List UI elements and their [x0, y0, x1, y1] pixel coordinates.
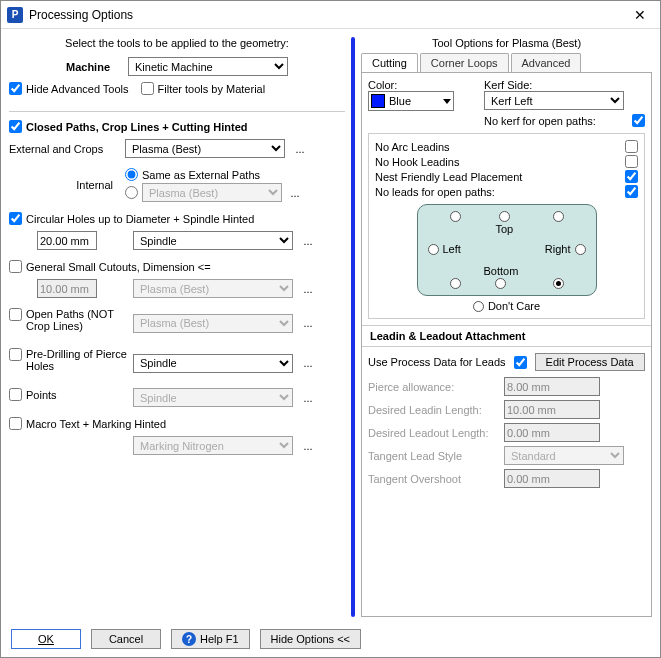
tanstyle-select: Standard: [504, 446, 624, 465]
machine-label: Machine: [66, 61, 110, 73]
divider: [351, 37, 355, 617]
hide-advanced-checkbox[interactable]: Hide Advanced Tools: [9, 82, 129, 95]
internal-more-button[interactable]: ...: [286, 187, 304, 199]
dir-left-radio[interactable]: [428, 244, 439, 255]
macro-tool-select: Marking Nitrogen: [133, 436, 293, 455]
holes-checkbox[interactable]: Circular Holes up to Diameter + Spindle …: [9, 212, 345, 225]
leadin-label: Desired Leadin Length:: [368, 404, 498, 416]
macro-more-button[interactable]: ...: [299, 440, 317, 452]
cutouts-tool-select: Plasma (Best): [133, 279, 293, 298]
nest-friendly-checkbox[interactable]: [625, 170, 638, 183]
tanstyle-label: Tangent Lead Style: [368, 450, 498, 462]
cutouts-checkbox[interactable]: General Small Cutouts, Dimension <=: [9, 260, 345, 273]
app-icon: P: [7, 7, 23, 23]
closed-paths-checkbox[interactable]: Closed Paths, Crop Lines + Cutting Hinte…: [9, 120, 345, 133]
leadout-input: [504, 423, 600, 442]
dir-tl-radio[interactable]: [450, 211, 461, 222]
points-tool-select: Spindle: [133, 388, 293, 407]
help-button[interactable]: ?Help F1: [171, 629, 250, 649]
dir-bl-radio[interactable]: [450, 278, 461, 289]
nokerf-open-checkbox[interactable]: [632, 114, 645, 127]
external-tool-select[interactable]: Plasma (Best): [125, 139, 285, 158]
use-process-label: Use Process Data for Leads: [368, 356, 506, 368]
tab-advanced[interactable]: Advanced: [511, 53, 582, 72]
dir-tr-radio[interactable]: [553, 211, 564, 222]
predrill-checkbox[interactable]: Pre-Drilling of Pierce Holes: [9, 348, 127, 372]
chevron-down-icon: [443, 99, 451, 104]
instruction-text: Select the tools to be applied to the ge…: [9, 37, 345, 49]
tab-corner-loops[interactable]: Corner Loops: [420, 53, 509, 72]
predrill-more-button[interactable]: ...: [299, 357, 317, 369]
edit-process-button[interactable]: Edit Process Data: [535, 353, 645, 371]
direction-pad: Top Left Right Bottom: [417, 204, 597, 296]
points-more-button[interactable]: ...: [299, 392, 317, 404]
window-title: Processing Options: [29, 8, 626, 22]
dont-care-radio[interactable]: Don't Care: [375, 300, 638, 312]
color-label: Color:: [368, 79, 454, 91]
hide-options-button[interactable]: Hide Options <<: [260, 629, 362, 649]
noarc-leadins-checkbox[interactable]: [625, 140, 638, 153]
openpaths-checkbox[interactable]: Open Paths (NOT Crop Lines): [9, 308, 127, 332]
cancel-button[interactable]: Cancel: [91, 629, 161, 649]
kerf-side-label: Kerf Side:: [484, 79, 645, 91]
external-crops-label: External and Crops: [9, 143, 119, 155]
cutouts-more-button[interactable]: ...: [299, 283, 317, 295]
pierce-input: [504, 377, 600, 396]
nohook-leadins-label: No Hook Leadins: [375, 156, 459, 168]
help-icon: ?: [182, 632, 196, 646]
openpaths-tool-select: Plasma (Best): [133, 314, 293, 333]
cutouts-dimension-input: [37, 279, 97, 298]
nest-friendly-label: Nest Friendly Lead Placement: [375, 171, 522, 183]
ok-button[interactable]: OK: [11, 629, 81, 649]
nohook-leadins-checkbox[interactable]: [625, 155, 638, 168]
internal-label: Internal: [9, 179, 119, 191]
internal-tool-select: Plasma (Best): [142, 183, 282, 202]
tab-cutting[interactable]: Cutting: [361, 53, 418, 72]
color-swatch: [371, 94, 385, 108]
holes-tool-select[interactable]: Spindle: [133, 231, 293, 250]
dir-right-radio[interactable]: [575, 244, 586, 255]
noleads-open-label: No leads for open paths:: [375, 186, 495, 198]
dir-bottom-radio[interactable]: [495, 278, 506, 289]
holes-diameter-input[interactable]: [37, 231, 97, 250]
leadin-input: [504, 400, 600, 419]
same-as-external-radio[interactable]: Same as External Paths: [125, 168, 304, 181]
noarc-leadins-label: No Arc Leadins: [375, 141, 450, 153]
external-more-button[interactable]: ...: [291, 143, 309, 155]
leadin-section-header: Leadin & Leadout Attachment: [362, 325, 651, 347]
dir-br-radio[interactable]: [553, 278, 564, 289]
overshoot-input: [504, 469, 600, 488]
machine-select[interactable]: Kinetic Machine: [128, 57, 288, 76]
dir-top-radio[interactable]: [499, 211, 510, 222]
points-checkbox[interactable]: Points: [9, 388, 127, 401]
macro-checkbox[interactable]: Macro Text + Marking Hinted: [9, 417, 345, 430]
use-process-checkbox[interactable]: [514, 356, 527, 369]
close-icon[interactable]: ✕: [626, 7, 654, 23]
nokerf-open-label: No kerf for open paths:: [484, 115, 596, 127]
leadout-label: Desired Leadout Length:: [368, 427, 498, 439]
filter-material-checkbox[interactable]: Filter tools by Material: [141, 82, 266, 95]
color-select[interactable]: Blue: [368, 91, 454, 111]
internal-tool-radio[interactable]: Plasma (Best) ...: [125, 183, 304, 202]
openpaths-more-button[interactable]: ...: [299, 317, 317, 329]
kerf-side-select[interactable]: Kerf Left: [484, 91, 624, 110]
pierce-label: Pierce allowance:: [368, 381, 498, 393]
holes-more-button[interactable]: ...: [299, 235, 317, 247]
tool-options-title: Tool Options for Plasma (Best): [361, 37, 652, 49]
overshoot-label: Tangent Overshoot: [368, 473, 498, 485]
predrill-tool-select[interactable]: Spindle: [133, 354, 293, 373]
noleads-open-checkbox[interactable]: [625, 185, 638, 198]
